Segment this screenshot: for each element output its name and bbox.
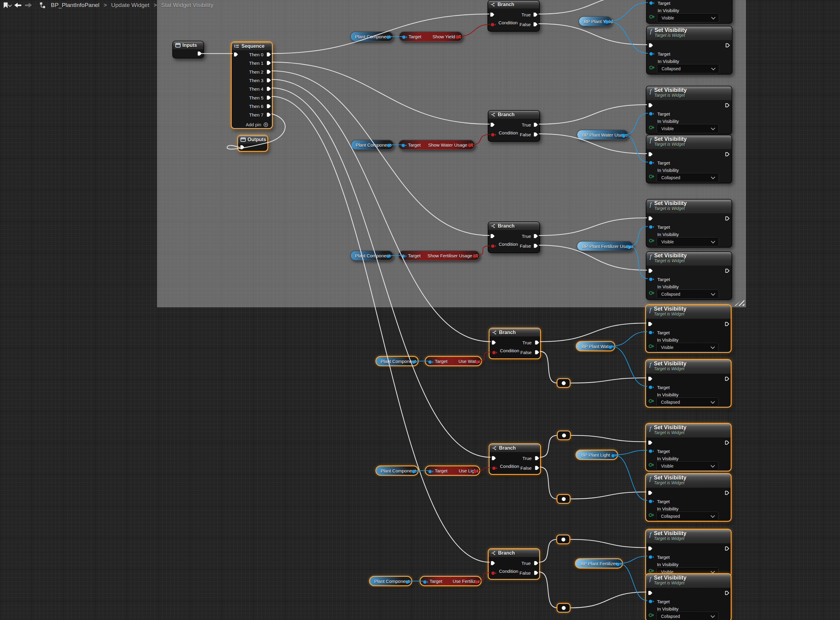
then-0-pin[interactable] xyxy=(266,52,271,57)
target-pin[interactable] xyxy=(648,599,654,603)
output-pin[interactable] xyxy=(621,133,627,137)
node-get-use-light[interactable]: TargetUse Light xyxy=(425,465,480,476)
target-pin[interactable] xyxy=(401,143,407,147)
reroute-use-water-false[interactable] xyxy=(556,378,570,388)
node-get-bp-plant-water-usage[interactable]: BP Plant Water Usage xyxy=(577,129,628,140)
output-pin[interactable] xyxy=(412,360,418,364)
output-pin[interactable] xyxy=(386,254,392,258)
output-pin[interactable] xyxy=(626,245,632,249)
in-visibility-pin[interactable] xyxy=(649,125,655,129)
exec-in-pin[interactable] xyxy=(648,491,653,495)
false-pin[interactable] xyxy=(535,350,540,355)
node-plant-component-4[interactable]: Plant Component xyxy=(376,356,419,366)
exec-in-pin[interactable] xyxy=(648,322,653,327)
node-set-visibility-water-usage-visible[interactable]: ƒSet VisibilityTarget is WidgetTargetIn … xyxy=(646,86,732,134)
condition-pin[interactable] xyxy=(491,132,496,137)
then-5-pin[interactable] xyxy=(266,95,271,100)
true-pin[interactable] xyxy=(533,12,538,17)
exec-out-pin[interactable] xyxy=(725,376,730,381)
target-pin[interactable] xyxy=(428,470,434,474)
exec-in-pin[interactable] xyxy=(234,52,238,57)
exec-out-pin[interactable] xyxy=(725,216,730,221)
node-get-show-yield-ui[interactable]: TargetShow Yield UI xyxy=(399,31,463,42)
in-visibility-pin[interactable] xyxy=(649,174,655,179)
node-branch-yield[interactable]: BranchConditionTrueFalse xyxy=(487,0,540,32)
exec-out-pin[interactable] xyxy=(725,268,730,273)
output-pin[interactable] xyxy=(475,580,480,584)
output-pin[interactable] xyxy=(473,470,479,474)
output-pin[interactable] xyxy=(386,35,392,39)
node-get-bp-plant-yield[interactable]: BP Plant Yield xyxy=(579,16,612,27)
then-1-pin[interactable] xyxy=(266,60,271,65)
node-outputs[interactable]: Outputs xyxy=(237,135,268,152)
exec-in-pin[interactable] xyxy=(648,216,653,221)
output-pin[interactable] xyxy=(616,562,622,566)
false-pin[interactable] xyxy=(535,465,540,470)
in-visibility-dropdown[interactable]: Visible xyxy=(657,237,719,247)
in-visibility-pin[interactable] xyxy=(649,65,655,70)
condition-pin[interactable] xyxy=(491,571,497,575)
in-visibility-pin[interactable] xyxy=(649,291,655,295)
exec-out-pin[interactable] xyxy=(725,43,730,48)
target-pin[interactable] xyxy=(402,35,408,39)
breadcrumb-item-graph[interactable]: Stat Widget Visibility xyxy=(161,2,213,9)
node-set-visibility-light-collapsed[interactable]: ƒSet VisibilityTarget is WidgetTargetIn … xyxy=(645,473,731,522)
target-pin[interactable] xyxy=(648,449,654,453)
then-6-pin[interactable] xyxy=(266,104,271,108)
target-pin[interactable] xyxy=(648,499,654,504)
true-pin[interactable] xyxy=(535,456,540,460)
exec-in-pin[interactable] xyxy=(240,145,245,150)
reroute-use-fertilizer-false[interactable] xyxy=(556,603,570,613)
node-set-visibility-yield-collapsed[interactable]: ƒSet VisibilityTarget is WidgetTargetIn … xyxy=(646,26,733,75)
navigate-forward-button[interactable] xyxy=(25,3,32,8)
node-set-visibility-light-visible[interactable]: ƒSet VisibilityTarget is WidgetTargetIn … xyxy=(645,423,731,471)
exec-out-pin[interactable] xyxy=(197,51,202,56)
node-get-bp-plant-fertilizer-usage[interactable]: BP Plant Fertilizer Usage xyxy=(577,241,633,251)
bookmark-button[interactable] xyxy=(4,2,11,8)
target-pin[interactable] xyxy=(649,225,655,229)
node-set-visibility-water-visible[interactable]: ƒSet VisibilityTarget is WidgetTargetIn … xyxy=(645,304,731,353)
exec-in-pin[interactable] xyxy=(648,268,653,273)
exec-in-pin[interactable] xyxy=(648,43,653,48)
node-sequence[interactable]: SequenceThen 0Then 1Then 2Then 3Then 4Th… xyxy=(231,41,273,129)
exec-in-pin[interactable] xyxy=(490,234,495,239)
then-4-pin[interactable] xyxy=(266,86,271,91)
false-pin[interactable] xyxy=(533,22,538,27)
node-get-use-water[interactable]: TargetUse Water xyxy=(425,356,482,366)
node-get-use-fertilizer[interactable]: TargetUse Fertilizer xyxy=(419,576,482,586)
exec-in-pin[interactable] xyxy=(492,456,496,460)
exec-out-pin[interactable] xyxy=(725,590,730,595)
node-get-bp-plant-water[interactable]: BP Plant Water xyxy=(576,341,615,351)
exec-in-pin[interactable] xyxy=(490,561,495,566)
condition-pin[interactable] xyxy=(490,23,496,27)
node-get-bp-plant-light[interactable]: BP Plant Light xyxy=(575,450,618,460)
false-pin[interactable] xyxy=(534,570,538,575)
true-pin[interactable] xyxy=(534,234,538,239)
target-pin[interactable] xyxy=(649,161,655,165)
in-visibility-pin[interactable] xyxy=(648,513,654,517)
exec-out-pin[interactable] xyxy=(725,152,730,157)
output-pin[interactable] xyxy=(472,254,478,258)
exec-in-pin[interactable] xyxy=(648,590,653,595)
output-pin[interactable] xyxy=(405,580,411,584)
exec-out-pin[interactable] xyxy=(725,491,730,495)
reroute-use-light-true[interactable] xyxy=(557,430,571,440)
reroute-use-fertilizer-true[interactable] xyxy=(556,534,570,544)
target-pin[interactable] xyxy=(649,52,655,56)
target-pin[interactable] xyxy=(648,385,654,390)
false-pin[interactable] xyxy=(534,132,538,137)
in-visibility-pin[interactable] xyxy=(648,399,654,403)
in-visibility-pin[interactable] xyxy=(648,613,654,617)
output-pin[interactable] xyxy=(455,35,461,39)
comment-resize-handle[interactable] xyxy=(734,298,744,306)
output-pin[interactable] xyxy=(608,345,614,349)
node-branch-use-fertilizer[interactable]: BranchConditionTrueFalse xyxy=(488,548,540,580)
in-visibility-pin[interactable] xyxy=(649,239,655,243)
target-pin[interactable] xyxy=(428,360,434,364)
node-branch-water-usage[interactable]: BranchConditionTrueFalse xyxy=(488,110,540,142)
in-visibility-pin[interactable] xyxy=(649,15,655,19)
output-pin[interactable] xyxy=(475,360,481,364)
node-branch-use-light[interactable]: BranchConditionTrueFalse xyxy=(489,443,541,475)
node-plant-component-5[interactable]: Plant Component xyxy=(376,465,419,476)
exec-out-pin[interactable] xyxy=(725,440,730,445)
